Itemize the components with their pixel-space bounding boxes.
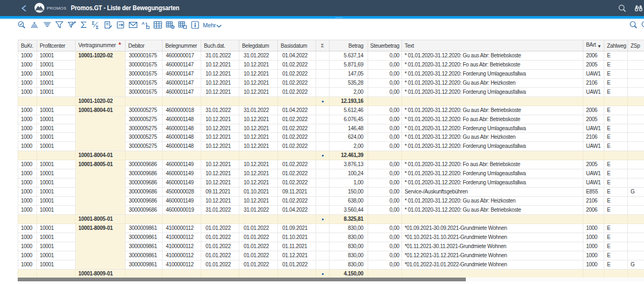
svg-text:Σ: Σ <box>96 25 99 29</box>
svg-text:A: A <box>142 21 145 26</box>
svg-text:Σ: Σ <box>92 21 94 26</box>
